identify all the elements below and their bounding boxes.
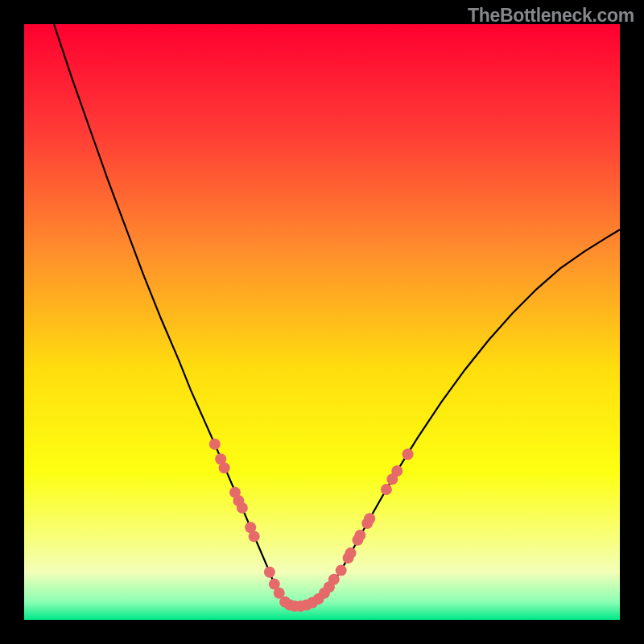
data-point — [249, 530, 260, 542]
curve-layer — [24, 24, 620, 620]
data-point — [219, 462, 230, 473]
data-point — [354, 530, 365, 541]
data-point — [328, 574, 340, 585]
data-point — [402, 448, 414, 460]
data-point — [209, 439, 221, 450]
chart-container: TheBottleneck.com — [0, 0, 644, 644]
plot-area — [24, 24, 620, 620]
data-point — [345, 547, 357, 559]
scatter-points — [209, 439, 414, 612]
data-point — [336, 565, 347, 576]
data-point — [364, 513, 375, 524]
watermark-text: TheBottleneck.com — [468, 5, 634, 27]
bottleneck-curve — [54, 24, 620, 606]
data-point — [264, 567, 275, 578]
data-point — [381, 484, 392, 495]
data-point — [391, 465, 402, 477]
data-point — [237, 502, 248, 514]
